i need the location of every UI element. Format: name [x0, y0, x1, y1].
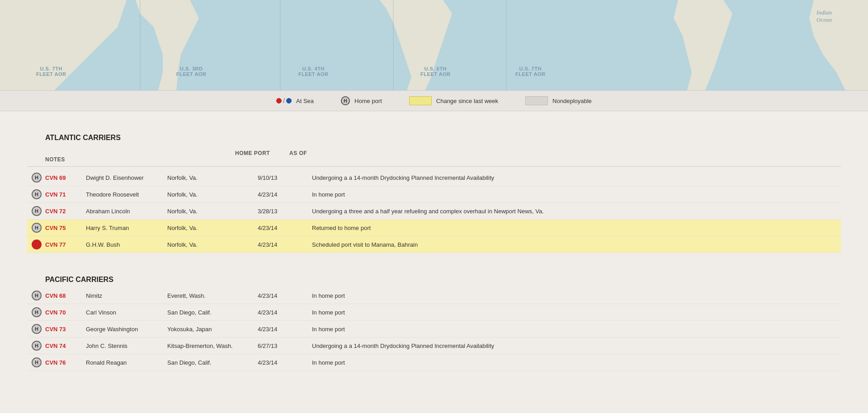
cvn70-port: San Diego, Calif. [167, 309, 258, 316]
carrier-row-cvn73: H CVN 73 George Washington Yokosuka, Jap… [27, 321, 841, 338]
fleet-7th-east-label: U.S. 7THFLEET AOR [515, 66, 545, 77]
cvn76-notes: In home port [312, 359, 841, 366]
carrier-row-cvn69: H CVN 69 Dwight D. Eisenhower Norfolk, V… [27, 169, 841, 186]
nondeployable-label: Nondeployable [552, 98, 592, 104]
slash-separator: / [283, 97, 285, 104]
change-label: Change since last week [436, 98, 498, 104]
fleet-6th-label: U.S. 6THFLEET AOR [420, 66, 450, 77]
nondeployable-legend: Nondeployable [525, 96, 592, 105]
change-legend: Change since last week [409, 96, 498, 105]
cvn74-name: John C. Stennis [86, 343, 167, 349]
cvn70-name: Carl Vinson [86, 309, 167, 316]
cvn69-asof: 9/10/13 [258, 174, 312, 181]
cvn75-label: CVN 75 [45, 225, 86, 231]
legend-bar: / At Sea H Home port Change since last w… [0, 90, 868, 111]
cvn71-label: CVN 71 [45, 191, 86, 198]
cvn69-port: Norfolk, Va. [167, 174, 258, 181]
cvn77-asof: 4/23/14 [258, 241, 312, 248]
atlantic-title: ATLANTIC CARRIERS [45, 134, 841, 142]
cvn72-label: CVN 72 [45, 208, 86, 215]
cvn76-label: CVN 76 [45, 359, 86, 366]
cvn73-port: Yokosuka, Japan [167, 326, 258, 333]
at-sea-icons: / [276, 97, 292, 104]
cvn73-notes: In home port [312, 326, 841, 333]
home-icon-cvn73: H [32, 324, 42, 334]
cvn72-name: Abraham Lincoln [86, 208, 167, 215]
cvn75-name: Harry S. Truman [86, 225, 167, 231]
carrier-row-cvn77: CVN 77 G.H.W. Bush Norfolk, Va. 4/23/14 … [27, 236, 841, 253]
cvn70-asof: 4/23/14 [258, 309, 312, 316]
main-content: ATLANTIC CARRIERS HOME PORT AS OF NOTES … [0, 111, 868, 385]
cvn74-asof: 6/27/13 [258, 343, 312, 349]
col-header-blank [45, 150, 145, 156]
change-box-icon [409, 96, 432, 105]
carrier-row-cvn75: H CVN 75 Harry S. Truman Norfolk, Va. 4/… [27, 220, 841, 236]
home-icon-cvn71: H [32, 189, 42, 199]
section-spacer [27, 253, 841, 267]
cvn77-label: CVN 77 [45, 241, 86, 248]
home-icon-cvn75: H [32, 223, 42, 233]
home-icon-cvn74: H [32, 341, 42, 351]
cvn68-asof: 4/23/14 [258, 292, 312, 299]
col-notes: NOTES [45, 156, 145, 163]
at-sea-legend: / At Sea [276, 97, 314, 104]
home-icon-cvn72: H [32, 206, 42, 216]
cvn74-label: CVN 74 [45, 343, 86, 349]
indian-ocean-label: IndianOcean [816, 9, 832, 23]
home-icon-cvn70: H [32, 307, 42, 317]
cvn72-port: Norfolk, Va. [167, 208, 258, 215]
carrier-row-cvn74: H CVN 74 John C. Stennis Kitsap-Bremerto… [27, 338, 841, 354]
home-icon-cvn68: H [32, 291, 42, 300]
cvn69-label: CVN 69 [45, 174, 86, 181]
fleet-7th-west-label: U.S. 7THFLEET AOR [36, 66, 66, 77]
cvn73-label: CVN 73 [45, 326, 86, 333]
map-section: U.S. 7THFLEET AOR U.S. 3RDFLEET AOR U.S.… [0, 0, 868, 90]
home-port-legend: H Home port [341, 96, 382, 105]
cvn71-asof: 4/23/14 [258, 191, 312, 198]
cvn68-notes: In home port [312, 292, 841, 299]
cvn77-port: Norfolk, Va. [167, 241, 258, 248]
cvn76-name: Ronald Reagan [86, 359, 167, 366]
home-icon-cvn76: H [32, 357, 42, 367]
cvn68-name: Nimitz [86, 292, 167, 299]
cvn74-port: Kitsap-Bremerton, Wash. [167, 343, 258, 349]
cvn72-notes: Undergoing a three and a half year refue… [312, 208, 841, 215]
red-dot-icon [276, 98, 282, 103]
cvn68-port: Everett, Wash. [167, 292, 258, 299]
carrier-row-cvn76: H CVN 76 Ronald Reagan San Diego, Calif.… [27, 354, 841, 371]
cvn68-label: CVN 68 [45, 292, 86, 299]
blue-dot-icon [286, 98, 292, 103]
cvn72-asof: 3/28/13 [258, 208, 312, 215]
cvn74-notes: Undergoing a a 14-month Drydocking Plann… [312, 343, 841, 349]
carrier-row-cvn71: H CVN 71 Theodore Roosevelt Norfolk, Va.… [27, 186, 841, 203]
fleet-3rd-label: U.S. 3RDFLEET AOR [176, 66, 206, 77]
carrier-row-cvn70: H CVN 70 Carl Vinson San Diego, Calif. 4… [27, 304, 841, 321]
home-port-label: Home port [354, 98, 382, 104]
cvn69-name: Dwight D. Eisenhower [86, 174, 167, 181]
col-home-port: HOME PORT [235, 150, 289, 156]
cvn77-notes: Scheduled port visit to Manama, Bahrain [312, 241, 841, 248]
cvn70-label: CVN 70 [45, 309, 86, 316]
at-sea-label: At Sea [296, 98, 314, 104]
home-icon-cvn69: H [32, 173, 42, 183]
cvn73-asof: 4/23/14 [258, 326, 312, 333]
cvn71-port: Norfolk, Va. [167, 191, 258, 198]
cvn75-asof: 4/23/14 [258, 225, 312, 231]
nondeployable-box-icon [525, 96, 548, 105]
cvn71-notes: In home port [312, 191, 841, 198]
home-port-icon: H [341, 96, 350, 105]
carrier-row-cvn72: H CVN 72 Abraham Lincoln Norfolk, Va. 3/… [27, 203, 841, 220]
cvn73-name: George Washington [86, 326, 167, 333]
red-dot-icon-cvn77 [32, 239, 42, 249]
col-header-blank2 [145, 150, 235, 156]
carrier-row-cvn68: H CVN 68 Nimitz Everett, Wash. 4/23/14 I… [27, 287, 841, 304]
cvn75-notes: Returned to home port [312, 225, 841, 231]
column-headers-atlantic: HOME PORT AS OF NOTES [27, 145, 841, 167]
cvn69-notes: Undergoing a a 14-month Drydocking Plann… [312, 174, 841, 181]
cvn76-port: San Diego, Calif. [167, 359, 258, 366]
fleet-4th-label: U.S. 4THFLEET AOR [298, 66, 328, 77]
cvn71-name: Theodore Roosevelt [86, 191, 167, 198]
cvn77-name: G.H.W. Bush [86, 241, 167, 248]
col-as-of: AS OF [289, 150, 841, 156]
cvn75-port: Norfolk, Va. [167, 225, 258, 231]
